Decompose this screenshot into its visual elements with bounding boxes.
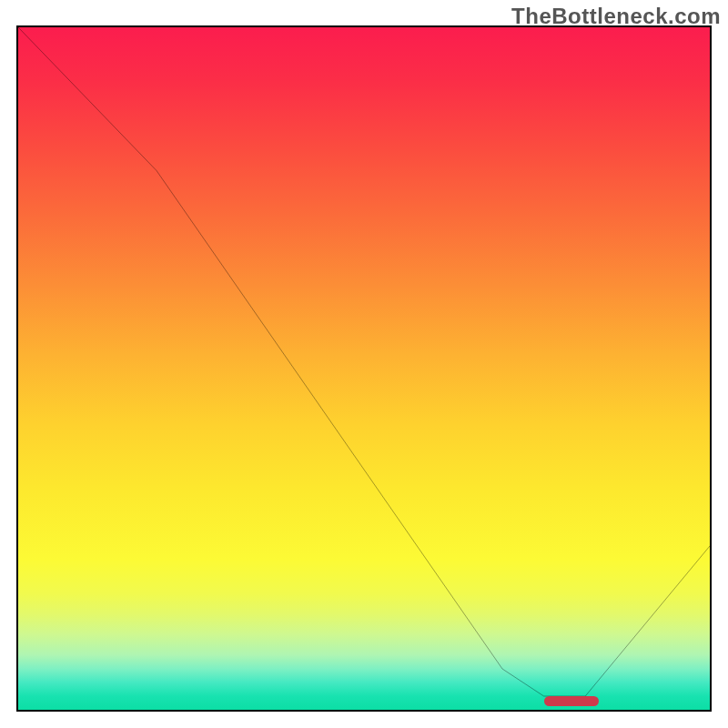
- bottleneck-curve: [18, 27, 710, 710]
- optimal-range-marker: [544, 696, 600, 706]
- chart-stage: TheBottleneck.com: [0, 0, 728, 728]
- plot-area: [16, 25, 712, 712]
